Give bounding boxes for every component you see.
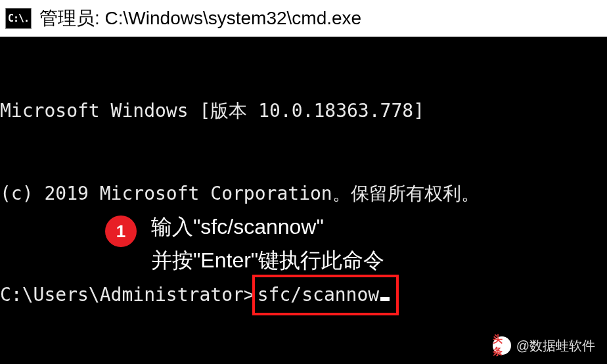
window-title: 管理员: C:\Windows\system32\cmd.exe (39, 6, 361, 31)
watermark-text: @数据蛙软件 (516, 337, 595, 355)
text-cursor (380, 297, 390, 301)
console-prompt-line[interactable]: C:\Users\Administrator>sfc/scannow (0, 275, 607, 315)
watermark-logo-icon: 头条 (493, 336, 511, 355)
watermark: 头条 @数据蛙软件 (493, 336, 595, 355)
instruction-line-1: 输入"sfc/scannow" (151, 210, 384, 244)
console-copyright-line: (c) 2019 Microsoft Corporation。保留所有权利。 (0, 180, 607, 208)
instruction-text: 输入"sfc/scannow" 并按"Enter"键执行此命令 (151, 210, 384, 277)
command-highlight-box: sfc/scannow (252, 275, 399, 315)
cmd-icon: C:\. (5, 8, 32, 29)
console-prompt: C:\Users\Administrator> (0, 281, 255, 309)
window-title-bar: C:\. 管理员: C:\Windows\system32\cmd.exe (0, 0, 607, 37)
console-version-line: Microsoft Windows [版本 10.0.18363.778] (0, 97, 607, 125)
instruction-annotation: 1 输入"sfc/scannow" 并按"Enter"键执行此命令 (105, 210, 384, 277)
step-number-badge: 1 (105, 216, 137, 247)
console-output[interactable]: Microsoft Windows [版本 10.0.18363.778] (c… (0, 37, 607, 343)
instruction-line-2: 并按"Enter"键执行此命令 (151, 244, 384, 277)
console-command[interactable]: sfc/scannow (258, 284, 379, 306)
